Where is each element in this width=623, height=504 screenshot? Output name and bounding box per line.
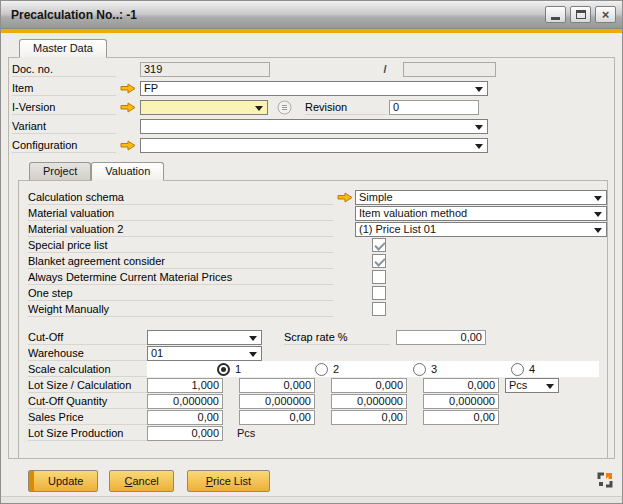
scrap-rate-label: Scrap rate % <box>284 330 390 345</box>
warehouse-value: 01 <box>151 347 163 359</box>
valuation-pane: Calculation schema Simple Material valua… <box>18 180 608 459</box>
doc-no-label: Doc. no. <box>12 62 116 77</box>
tab-valuation[interactable]: Valuation <box>91 162 164 181</box>
row-calculation-schema: Calculation schema Simple <box>28 189 607 205</box>
dropdown-arrow-icon <box>475 125 483 134</box>
always-determine-prices-checkbox[interactable] <box>372 270 386 284</box>
cut-off-qty-field-1[interactable] <box>147 394 223 409</box>
tab-master-data[interactable]: Master Data <box>19 39 107 58</box>
sales-price-label: Sales Price <box>28 410 147 425</box>
row-scale-calculation: Scale calculation 1 2 3 4 <box>28 361 607 377</box>
link-arrow-icon[interactable] <box>120 83 136 94</box>
row-variant: Variant <box>12 118 614 134</box>
scale-radio-3[interactable] <box>413 363 426 376</box>
window-resize-icon[interactable] <box>597 472 613 488</box>
scale-radio-2[interactable] <box>315 363 328 376</box>
lot-size-field-4[interactable] <box>423 378 499 393</box>
cut-off-qty-field-2[interactable] <box>239 394 315 409</box>
sales-price-field-4[interactable] <box>423 410 499 425</box>
dropdown-arrow-icon <box>475 87 483 96</box>
dropdown-arrow-icon <box>594 212 602 221</box>
row-cut-off-quantity: Cut-Off Quantity <box>28 393 607 409</box>
sales-price-field-3[interactable] <box>331 410 407 425</box>
weight-manually-checkbox[interactable] <box>372 302 386 316</box>
lot-size-production-unit: Pcs <box>237 427 255 439</box>
uom-value: Pcs <box>509 379 527 391</box>
item-select[interactable]: FP <box>140 81 488 96</box>
lot-size-production-label: Lot Size Production <box>28 426 147 441</box>
blanket-agreement-checkbox[interactable] <box>372 254 386 268</box>
revision-field[interactable] <box>389 100 479 115</box>
material-valuation-select[interactable]: Item valuation method <box>355 206 607 221</box>
sales-price-field-2[interactable] <box>239 410 315 425</box>
cancel-button[interactable]: Cancel <box>109 470 173 492</box>
warehouse-select[interactable]: 01 <box>147 346 262 361</box>
lot-size-field-3[interactable] <box>331 378 407 393</box>
configuration-select[interactable] <box>140 138 488 153</box>
doc-no-separator: / <box>380 63 390 75</box>
scale-calculation-label: Scale calculation <box>28 362 147 377</box>
link-arrow-icon[interactable] <box>120 102 136 113</box>
calculation-schema-select[interactable]: Simple <box>355 190 607 205</box>
variant-select[interactable] <box>140 119 488 134</box>
row-doc-no: Doc. no. / <box>12 61 614 77</box>
price-list-button[interactable]: Price List <box>187 470 270 492</box>
row-blanket-agreement: Blanket agreement consider <box>28 253 607 269</box>
configuration-label: Configuration <box>12 138 116 153</box>
lot-size-field-1[interactable] <box>147 378 223 393</box>
link-arrow-icon[interactable] <box>120 140 136 151</box>
blanket-agreement-label: Blanket agreement consider <box>28 254 333 269</box>
lot-size-production-field[interactable] <box>147 426 223 441</box>
cut-off-qty-field-3[interactable] <box>331 394 407 409</box>
dropdown-arrow-icon <box>255 106 263 115</box>
detail-tabstrip: Project Valuation <box>12 156 614 181</box>
scale-radio-1-label: 1 <box>235 363 241 375</box>
i-version-select[interactable] <box>140 100 268 115</box>
material-valuation-2-select[interactable]: (1) Price List 01 <box>355 222 607 237</box>
precalculation-dialog: Precalculation No..: -1 × Master Data Do… <box>0 0 623 504</box>
sales-price-field-1[interactable] <box>147 410 223 425</box>
row-sales-price: Sales Price <box>28 409 607 425</box>
item-value: FP <box>144 82 158 94</box>
row-i-version: I-Version Revision <box>12 99 614 115</box>
variant-label: Variant <box>12 119 116 134</box>
update-button[interactable]: Update <box>28 470 98 492</box>
doc-no-secondary-field <box>403 62 496 77</box>
scale-radio-4-label: 4 <box>529 363 535 375</box>
close-icon: × <box>602 8 610 21</box>
cut-off-label: Cut-Off <box>28 330 147 345</box>
scale-radio-4[interactable] <box>511 363 524 376</box>
always-determine-prices-label: Always Determine Current Material Prices <box>28 270 333 285</box>
material-valuation-2-value: (1) Price List 01 <box>359 223 436 235</box>
maximize-button[interactable] <box>570 6 591 23</box>
titlebar[interactable]: Precalculation No..: -1 × <box>1 1 622 29</box>
row-cut-off: Cut-Off Scrap rate % <box>28 329 607 345</box>
row-special-price-list: Special price list <box>28 237 607 253</box>
scale-radio-1[interactable] <box>217 363 230 376</box>
dropdown-arrow-icon <box>594 196 602 205</box>
calculation-schema-label: Calculation schema <box>28 190 333 205</box>
scrap-rate-field[interactable] <box>396 330 486 345</box>
material-valuation-value: Item valuation method <box>359 207 467 219</box>
minimize-button[interactable] <box>545 6 566 23</box>
one-step-label: One step <box>28 286 333 301</box>
revision-label: Revision <box>305 100 387 115</box>
cut-off-select[interactable] <box>147 330 262 345</box>
row-always-determine-prices: Always Determine Current Material Prices <box>28 269 607 285</box>
lot-size-field-2[interactable] <box>239 378 315 393</box>
cut-off-qty-field-4[interactable] <box>423 394 499 409</box>
one-step-checkbox[interactable] <box>372 286 386 300</box>
close-button[interactable]: × <box>595 6 616 23</box>
warehouse-label: Warehouse <box>28 346 147 361</box>
material-valuation-label: Material valuation <box>28 206 333 221</box>
special-price-list-checkbox[interactable] <box>372 238 386 252</box>
link-arrow-icon[interactable] <box>337 192 353 203</box>
dropdown-arrow-icon <box>475 144 483 153</box>
special-price-list-label: Special price list <box>28 238 333 253</box>
window-bottom-strip <box>1 496 622 503</box>
dropdown-arrow-icon <box>546 384 554 393</box>
uom-select[interactable]: Pcs <box>505 378 559 393</box>
dropdown-arrow-icon <box>249 352 257 361</box>
tab-project[interactable]: Project <box>29 162 91 181</box>
version-list-icon[interactable] <box>277 100 292 115</box>
